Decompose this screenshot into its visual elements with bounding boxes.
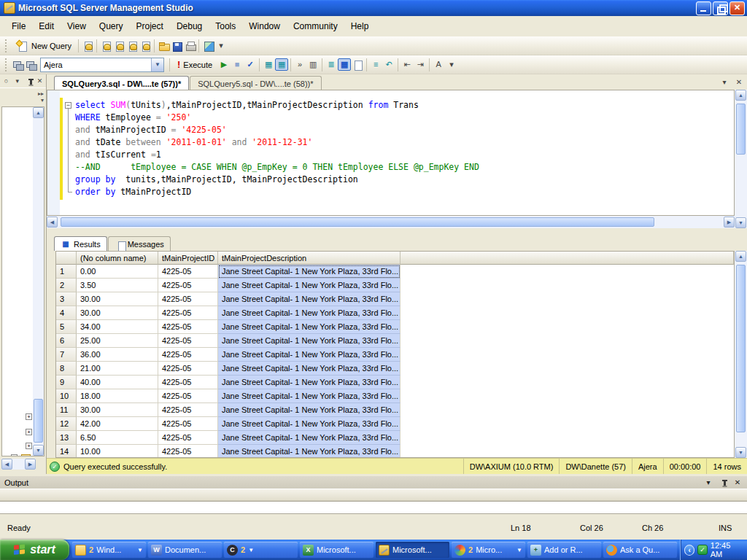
- grid-cell[interactable]: 4225-05: [158, 431, 218, 445]
- scroll-right-icon[interactable]: ▶: [724, 217, 735, 228]
- editor-horizontal-scrollbar[interactable]: ◀ ▶: [47, 216, 735, 228]
- scrollbar-thumb[interactable]: [61, 217, 654, 227]
- row-number[interactable]: 8: [56, 362, 77, 376]
- row-number[interactable]: 9: [56, 376, 77, 389]
- save-icon[interactable]: [170, 39, 183, 52]
- chevron-down-icon[interactable]: ▼: [248, 547, 254, 553]
- menu-item-project[interactable]: Project: [131, 19, 169, 34]
- menu-item-community[interactable]: Community: [287, 19, 344, 34]
- tray-chevron-icon[interactable]: ‹: [684, 545, 694, 556]
- code-line[interactable]: and tDate between '2011-01-01' and '2011…: [75, 136, 734, 149]
- taskbar-button[interactable]: Microsoft...: [376, 542, 449, 558]
- close-icon[interactable]: ✕: [732, 478, 743, 487]
- overflow-right-icon[interactable]: ▸▸: [38, 90, 44, 97]
- toolbar-grip[interactable]: [5, 58, 9, 71]
- toolbar-grip[interactable]: [5, 39, 9, 52]
- scroll-left-icon[interactable]: ◀: [1, 459, 12, 470]
- estimated-plan-icon[interactable]: ▦: [262, 58, 275, 71]
- taskbar-button[interactable]: C2▼: [224, 542, 298, 558]
- grid-cell[interactable]: 3.50: [77, 279, 158, 292]
- row-number[interactable]: 6: [56, 334, 77, 348]
- grid-cell[interactable]: 10.00: [77, 445, 158, 458]
- start-button[interactable]: start: [0, 540, 69, 560]
- sql-code[interactable]: select SUM(tUnits),tMainProjectID,tMainP…: [75, 99, 734, 198]
- menu-item-edit[interactable]: Edit: [33, 19, 60, 34]
- scroll-up-icon[interactable]: ▲: [33, 107, 44, 118]
- row-number[interactable]: 13: [56, 431, 77, 445]
- grid-cell[interactable]: Jane Street Capital- 1 New York Plaza, 3…: [218, 279, 400, 292]
- scroll-down-icon[interactable]: ▼: [735, 217, 746, 228]
- grid-cell[interactable]: 4225-05: [158, 362, 218, 376]
- grid-cell[interactable]: 18.00: [77, 389, 158, 403]
- analysis-query-icon[interactable]: [139, 39, 152, 52]
- sqlcmd-mode-icon[interactable]: »: [293, 58, 306, 71]
- code-line[interactable]: --AND tEmployee = CASE WHEN @p_EmpKey = …: [75, 161, 734, 174]
- object-explorer-tree[interactable]: + + + + ▲ ▼: [1, 106, 44, 456]
- grid-cell[interactable]: Jane Street Capital- 1 New York Plaza, 3…: [218, 348, 400, 362]
- scroll-down-icon[interactable]: ▼: [735, 447, 746, 458]
- selection-margin[interactable]: [47, 90, 60, 215]
- row-number[interactable]: 14: [56, 445, 77, 458]
- actual-plan-icon[interactable]: ▦: [275, 58, 288, 71]
- results-to-text-icon[interactable]: ≣: [325, 58, 338, 71]
- scroll-left-icon[interactable]: ◀: [47, 217, 58, 228]
- scrollbar-thumb[interactable]: [736, 104, 746, 155]
- taskbar-button[interactable]: Ask a Qu...: [603, 542, 677, 558]
- menu-item-file[interactable]: File: [6, 19, 31, 34]
- minimize-button[interactable]: [696, 1, 711, 15]
- database-combobox[interactable]: Ajera ▼: [40, 58, 164, 72]
- menu-item-help[interactable]: Help: [345, 19, 375, 34]
- column-header[interactable]: (No column name): [77, 252, 158, 265]
- tree-expand-icon[interactable]: +: [26, 429, 32, 435]
- grid-cell[interactable]: 4225-05: [158, 389, 218, 403]
- output-content[interactable]: [0, 501, 747, 514]
- toolbar-overflow-icon[interactable]: ▾: [214, 39, 228, 52]
- grid-cell[interactable]: 4225-05: [158, 348, 218, 362]
- client-statistics-icon[interactable]: ▥: [306, 58, 320, 71]
- grid-cell[interactable]: 4225-05: [158, 265, 218, 279]
- comment-lines-icon[interactable]: ≡: [369, 58, 382, 71]
- code-line[interactable]: order by tMainProjectID: [75, 186, 734, 198]
- code-line[interactable]: WHERE tEmployee = '250': [75, 112, 734, 124]
- open-file-icon[interactable]: [157, 39, 170, 52]
- grid-cell[interactable]: Jane Street Capital- 1 New York Plaza, 3…: [218, 265, 400, 279]
- connect-icon[interactable]: [11, 58, 24, 71]
- uncomment-lines-icon[interactable]: ↶: [382, 58, 395, 71]
- taskbar-button[interactable]: +Add or R...: [527, 542, 601, 558]
- code-line[interactable]: select SUM(tUnits),tMainProjectID,tMainP…: [75, 99, 734, 112]
- grid-cell[interactable]: Jane Street Capital- 1 New York Plaza, 3…: [218, 320, 400, 334]
- scrollbar-thumb[interactable]: [736, 265, 746, 432]
- grid-cell[interactable]: Jane Street Capital- 1 New York Plaza, 3…: [218, 306, 400, 320]
- chevron-down-icon[interactable]: ▾: [703, 478, 713, 487]
- sql-editor[interactable]: − select SUM(tUnits),tMainProjectID,tMai…: [47, 90, 735, 216]
- pin-icon[interactable]: [24, 77, 34, 86]
- disconnect-icon[interactable]: [24, 58, 37, 71]
- grid-vertical-scrollbar[interactable]: ▲ ▼: [735, 251, 747, 458]
- grid-cell[interactable]: Jane Street Capital- 1 New York Plaza, 3…: [218, 334, 400, 348]
- grid-cell[interactable]: 4225-05: [158, 403, 218, 417]
- restore-button[interactable]: [713, 1, 728, 15]
- tree-horizontal-scrollbar[interactable]: ◀ ▶: [1, 459, 36, 470]
- menu-item-debug[interactable]: Debug: [171, 19, 208, 34]
- collapse-region-icon[interactable]: −: [65, 102, 71, 109]
- activity-monitor-icon[interactable]: [201, 39, 214, 52]
- grid-corner[interactable]: [56, 252, 77, 265]
- grid-cell[interactable]: Jane Street Capital- 1 New York Plaza, 3…: [218, 431, 400, 445]
- grid-cell[interactable]: Jane Street Capital- 1 New York Plaza, 3…: [218, 292, 400, 306]
- taskbar-button[interactable]: 2Wind...▼: [72, 542, 146, 558]
- dock-options-icon[interactable]: ○: [1, 77, 11, 86]
- mdx-query-icon[interactable]: [99, 39, 112, 52]
- tree-expand-icon[interactable]: +: [26, 443, 32, 449]
- menu-item-window[interactable]: Window: [243, 19, 286, 34]
- taskbar-button[interactable]: XMicrosoft...: [300, 542, 374, 558]
- scroll-right-icon[interactable]: ▶: [25, 459, 36, 470]
- active-files-chevron-icon[interactable]: ▾: [719, 77, 729, 88]
- grid-cell[interactable]: Jane Street Capital- 1 New York Plaza, 3…: [218, 445, 400, 458]
- grid-cell[interactable]: 4225-05: [158, 292, 218, 306]
- chevron-down-icon[interactable]: ▾: [12, 77, 22, 86]
- column-header[interactable]: tMainProjectID: [158, 252, 218, 265]
- increase-indent-icon[interactable]: ⇥: [414, 58, 427, 71]
- scroll-up-icon[interactable]: ▲: [735, 90, 746, 101]
- code-line[interactable]: and tMainProjectID = '4225-05': [75, 124, 734, 136]
- grid-cell[interactable]: 30.00: [77, 403, 158, 417]
